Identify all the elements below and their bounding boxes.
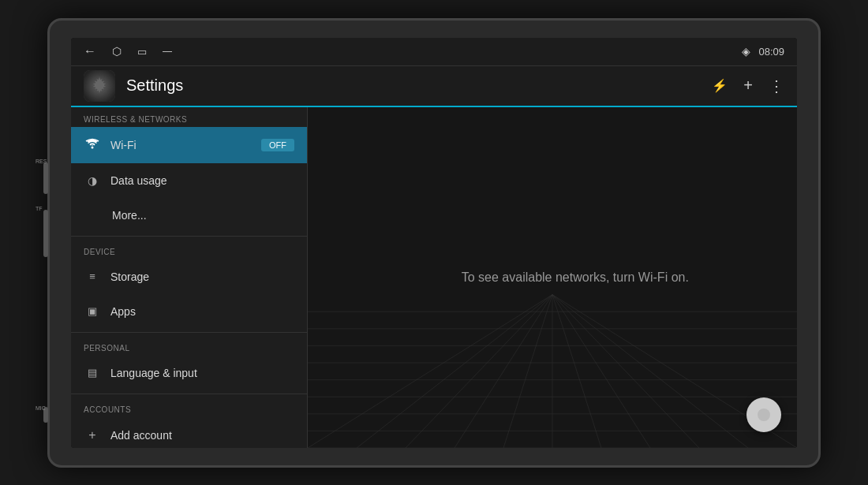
nav-buttons: ← ⬡ ▭ — — [84, 44, 172, 58]
data-usage-label: Data usage — [110, 174, 294, 187]
svg-point-1 — [92, 146, 94, 148]
title-bar: Settings ⚡ + ⋮ — [71, 66, 797, 107]
settings-gear-svg — [88, 75, 110, 97]
sidebar-item-storage[interactable]: ≡ Storage — [71, 259, 307, 294]
add-icon[interactable]: + — [743, 76, 753, 95]
screen: ← ⬡ ▭ — ◈ 08:09 — [71, 38, 797, 448]
wifi-toggle[interactable]: OFF — [261, 139, 294, 151]
sidebar-item-more[interactable]: More... — [71, 198, 307, 233]
flash-icon[interactable]: ⚡ — [712, 78, 728, 93]
add-account-icon: + — [84, 428, 101, 442]
recent-button[interactable]: ▭ — [137, 46, 147, 58]
section-accounts-label: ACCOUNTS — [71, 397, 307, 417]
sidebar: WIRELESS & NETWORKS Wi-Fi — [71, 107, 308, 448]
language-label: Language & input — [110, 367, 294, 379]
data-usage-icon: ◑ — [84, 174, 101, 187]
tf-label: TF — [36, 206, 43, 211]
wifi-icon — [84, 138, 101, 152]
sidebar-item-add-account[interactable]: + Add account — [71, 417, 307, 448]
divider-1 — [71, 236, 307, 237]
sidebar-item-apps[interactable]: ▣ Apps — [71, 294, 307, 329]
content-area: WIRELESS & NETWORKS Wi-Fi — [71, 107, 797, 448]
sidebar-item-wifi[interactable]: Wi-Fi OFF — [71, 127, 307, 163]
wifi-label: Wi-Fi — [110, 139, 252, 151]
main-content: To see available networks, turn Wi-Fi on… — [308, 107, 797, 448]
section-device-label: DEVICE — [71, 240, 307, 259]
res-button[interactable] — [43, 162, 48, 194]
home-button[interactable]: ⬡ — [112, 45, 122, 58]
more-label: More... — [112, 209, 294, 222]
sidebar-item-data-usage[interactable]: ◑ Data usage — [71, 163, 307, 198]
toggle-off-label: OFF — [269, 140, 286, 150]
extra-nav: — — [163, 46, 172, 57]
status-bar: ← ⬡ ▭ — ◈ 08:09 — [71, 38, 797, 66]
apps-label: Apps — [110, 305, 294, 318]
storage-icon: ≡ — [84, 270, 101, 282]
device-frame: RES TF MIC ← ⬡ ▭ — ◈ 08:09 — [47, 18, 821, 468]
title-actions: ⚡ + ⋮ — [712, 76, 784, 95]
svg-point-23 — [758, 409, 770, 421]
tf-slot — [43, 210, 48, 257]
section-personal-label: PERSONAL — [71, 336, 307, 356]
app-icon-img — [84, 70, 115, 102]
circle-action-button[interactable] — [746, 397, 781, 432]
mic-label: MIC — [36, 405, 46, 411]
status-right: ◈ 08:09 — [742, 45, 784, 58]
storage-label: Storage — [110, 270, 294, 283]
time-display: 08:09 — [758, 46, 784, 58]
page-title: Settings — [126, 76, 183, 95]
apps-icon: ▣ — [84, 305, 101, 317]
res-label: RES — [36, 159, 47, 164]
add-account-label: Add account — [110, 429, 294, 442]
more-icon[interactable]: ⋮ — [769, 76, 784, 95]
wifi-status-message: To see available networks, turn Wi-Fi on… — [462, 270, 689, 285]
divider-2 — [71, 332, 307, 333]
app-icon — [84, 70, 115, 102]
language-icon: ▤ — [84, 367, 101, 379]
title-left: Settings — [84, 70, 183, 102]
back-button[interactable]: ← — [84, 44, 96, 58]
sidebar-item-language[interactable]: ▤ Language & input — [71, 356, 307, 390]
circle-button-icon — [756, 407, 772, 423]
location-icon: ◈ — [742, 45, 750, 58]
section-wireless-label: WIRELESS & NETWORKS — [71, 107, 307, 127]
divider-3 — [71, 394, 307, 394]
